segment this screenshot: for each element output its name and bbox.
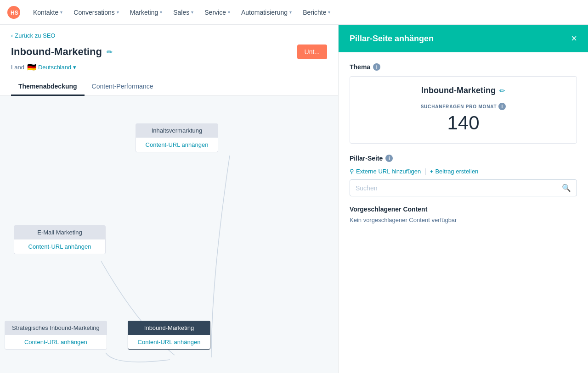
thema-info-icon[interactable]: i [373, 63, 380, 71]
flag-icon: 🇩🇪 [27, 63, 36, 72]
thema-card-title: Inbound-Marketing [421, 86, 496, 95]
node-pillar-center: Inbound-Marketing Content-URL anhängen [128, 321, 210, 350]
search-icon: 🔍 [562, 184, 571, 192]
nav-service[interactable]: Service ▾ [199, 0, 236, 24]
node-inhaltsvermarktung: Inhaltsvermarktung Content-URL anhängen [136, 123, 218, 152]
back-link[interactable]: ‹ Zurück zu SEO [11, 32, 327, 39]
action-button[interactable]: Unt... [297, 45, 327, 59]
tab-themenabdeckung[interactable]: Themenabdeckung [11, 78, 85, 96]
country-row: Land 🇩🇪 Deutschland ▾ [11, 63, 327, 72]
thema-edit-icon[interactable]: ✏ [499, 87, 505, 95]
right-panel: Pillar-Seite anhängen × Thema i Inbound-… [338, 25, 588, 373]
pillar-seite-section: Pillar-Seite i ⚲ Externe URL hinzufügen … [350, 155, 577, 196]
suchanfragen-info-icon[interactable]: i [498, 103, 506, 110]
panel-close-button[interactable]: × [571, 33, 577, 44]
page-title-row: Inbound-Marketing ✏ Unt... [11, 45, 327, 59]
tabs-row: Themenabdeckung Content-Performance [11, 78, 327, 95]
chevron-down-icon: ▾ [228, 10, 230, 15]
chevron-down-icon: ▾ [73, 64, 76, 71]
link-icon: ⚲ [350, 168, 354, 175]
panel-title: Pillar-Seite anhängen [350, 34, 434, 44]
thema-section-label: Thema i [350, 63, 577, 71]
node-inhaltsvermarktung-link[interactable]: Content-URL anhängen [136, 138, 218, 152]
tab-content-performance[interactable]: Content-Performance [85, 78, 161, 96]
nav-conversations[interactable]: Conversations ▾ [68, 0, 124, 24]
chevron-down-icon: ▾ [191, 10, 193, 15]
node-inhaltsvermarktung-header: Inhaltsvermarktung [136, 123, 218, 138]
vorgeschlagener-section: Vorgeschlagener Content Kein vorgeschlag… [350, 206, 577, 223]
chevron-down-icon: ▾ [117, 10, 119, 15]
beitrag-erstellen-link[interactable]: + Beitrag erstellen [430, 168, 479, 175]
left-content: ‹ Zurück zu SEO Inbound-Marketing ✏ Unt.… [0, 25, 338, 373]
panel-body: Thema i Inbound-Marketing ✏ SUCHANFRAGEN… [339, 52, 588, 373]
nav-marketing[interactable]: Marketing ▾ [124, 0, 168, 24]
nav-sales[interactable]: Sales ▾ [168, 0, 199, 24]
externe-url-link[interactable]: ⚲ Externe URL hinzufügen [350, 168, 421, 175]
node-strategisches: Strategisches Inbound-Marketing Content-… [5, 321, 107, 350]
nav-kontakte[interactable]: Kontakte ▾ [28, 0, 68, 24]
main-layout: ‹ Zurück zu SEO Inbound-Marketing ✏ Unt.… [0, 25, 588, 373]
diagram-area: Inhaltsvermarktung Content-URL anhängen … [0, 96, 338, 373]
node-email-marketing-link[interactable]: Content-URL anhängen [14, 239, 106, 254]
panel-header: Pillar-Seite anhängen × [339, 25, 588, 52]
pillar-seite-label: Pillar-Seite i [350, 155, 577, 162]
plus-icon: + [430, 168, 434, 175]
page-title-left: Inbound-Marketing ✏ [11, 46, 113, 58]
node-email-marketing: E-Mail Marketing Content-URL anhängen [14, 225, 106, 254]
chevron-down-icon: ▾ [60, 10, 62, 15]
node-strategisches-link[interactable]: Content-URL anhängen [5, 335, 107, 350]
node-strategisches-header: Strategisches Inbound-Marketing [5, 321, 107, 335]
separator: | [424, 167, 426, 175]
node-pillar-center-header: Inbound-Marketing [128, 321, 210, 335]
page-title: Inbound-Marketing [11, 46, 102, 58]
country-selector[interactable]: 🇩🇪 Deutschland ▾ [27, 63, 76, 72]
node-email-marketing-header: E-Mail Marketing [14, 225, 106, 239]
pillar-actions: ⚲ Externe URL hinzufügen | + Beitrag ers… [350, 167, 577, 175]
nav-berichte[interactable]: Berichte ▾ [297, 0, 336, 24]
back-arrow-icon: ‹ [11, 32, 13, 39]
node-pillar-center-link[interactable]: Content-URL anhängen [128, 335, 210, 350]
chevron-down-icon: ▾ [160, 10, 162, 15]
search-box: 🔍 [350, 179, 577, 196]
page-header: ‹ Zurück zu SEO Inbound-Marketing ✏ Unt.… [0, 25, 338, 96]
suchanfragen-label: SUCHANFRAGEN PRO MONAT i [359, 103, 567, 110]
svg-text:HS: HS [11, 10, 18, 16]
nav-items: Kontakte ▾ Conversations ▾ Marketing ▾ S… [28, 0, 336, 24]
chevron-down-icon: ▾ [328, 10, 330, 15]
search-button[interactable]: 🔍 [556, 180, 577, 196]
nav-automatisierung[interactable]: Automatisierung ▾ [236, 0, 297, 24]
thema-card-title-row: Inbound-Marketing ✏ [359, 86, 567, 95]
hubspot-logo: HS [7, 6, 20, 19]
edit-title-icon[interactable]: ✏ [107, 48, 113, 56]
top-navigation: HS Kontakte ▾ Conversations ▾ Marketing … [0, 0, 588, 25]
no-content-text: Kein vorgeschlagener Content verfügbar [350, 217, 577, 223]
search-input[interactable] [350, 181, 556, 195]
suchanfragen-value: 140 [359, 112, 567, 134]
chevron-down-icon: ▾ [289, 10, 292, 15]
pillar-seite-info-icon[interactable]: i [385, 155, 393, 162]
vorgeschlagener-title: Vorgeschlagener Content [350, 206, 577, 213]
thema-card: Inbound-Marketing ✏ SUCHANFRAGEN PRO MON… [350, 76, 577, 144]
